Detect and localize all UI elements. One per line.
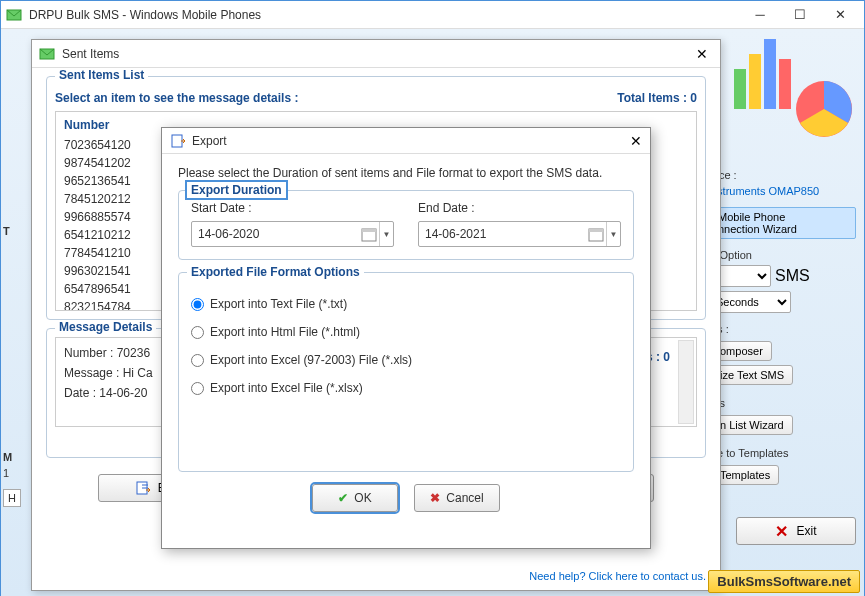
sent-items-icon [38, 45, 56, 63]
sent-items-title: Sent Items [62, 47, 690, 61]
resize-sms-button[interactable]: ize Text SMS [711, 365, 793, 385]
bg-charts-decoration [724, 29, 864, 149]
delay-option-label: y Option [711, 249, 856, 261]
total-items-label: Total Items : 0 [617, 91, 697, 105]
left-trunc-t: T [3, 225, 10, 237]
ok-button[interactable]: ✔OK [312, 484, 398, 512]
export-format-legend: Exported File Format Options [187, 264, 364, 280]
export-titlebar: Export ✕ [162, 128, 650, 154]
sent-items-list-title: Sent Items List [55, 68, 148, 82]
main-title: DRPU Bulk SMS - Windows Mobile Phones [29, 8, 740, 22]
close-button[interactable]: ✕ [820, 2, 860, 28]
start-date-label: Start Date : [191, 201, 394, 215]
right-panel: vice : nstruments OMAP850 Mobile Phone n… [711, 169, 856, 497]
profiles-label: les [711, 397, 856, 409]
templates-label: es : [711, 323, 856, 335]
check-icon: ✔ [338, 491, 348, 505]
start-date-value: 14-06-2020 [192, 227, 361, 241]
svg-rect-4 [779, 59, 791, 109]
sms-label: SMS [775, 267, 810, 285]
templates-button[interactable]: Templates [711, 465, 779, 485]
mobile-phone-button[interactable]: Mobile Phone nnection Wizard [711, 207, 856, 239]
export-title: Export [192, 134, 630, 148]
cancel-icon: ✖ [430, 491, 440, 505]
export-duration-legend: Export Duration [187, 182, 286, 198]
message-details-title: Message Details [55, 320, 156, 334]
exit-icon: ✕ [775, 522, 788, 541]
export-dialog: Export ✕ Please select the Duration of s… [161, 127, 651, 549]
calendar-icon [588, 226, 604, 242]
device-value[interactable]: nstruments OMAP850 [711, 185, 856, 197]
svg-rect-14 [589, 229, 603, 232]
start-date-input[interactable]: 14-06-2020 ▼ [191, 221, 394, 247]
seconds-select[interactable]: Seconds [711, 291, 791, 313]
help-link[interactable]: Need help? Click here to contact us. [529, 570, 706, 582]
list-wizard-button[interactable]: n List Wizard [711, 415, 793, 435]
format-xlsx-radio[interactable]: Export into Excel File (*.xlsx) [191, 381, 621, 395]
sent-items-titlebar: Sent Items ✕ [32, 40, 720, 68]
device-label: vice : [711, 169, 856, 181]
cancel-button[interactable]: ✖Cancel [414, 484, 500, 512]
sent-items-close-icon[interactable]: ✕ [690, 43, 714, 65]
svg-rect-1 [734, 69, 746, 109]
maximize-button[interactable]: ☐ [780, 2, 820, 28]
export-dialog-icon [170, 133, 186, 149]
minimize-button[interactable]: ─ [740, 2, 780, 28]
scrollbar[interactable] [678, 340, 694, 424]
app-icon [5, 6, 23, 24]
format-xls-radio[interactable]: Export into Excel (97-2003) File (*.xls) [191, 353, 621, 367]
format-html-radio[interactable]: Export into Html File (*.html) [191, 325, 621, 339]
main-window: DRPU Bulk SMS - Windows Mobile Phones ─ … [0, 0, 865, 596]
watermark: BulkSmsSoftware.net [708, 570, 860, 593]
svg-rect-10 [172, 135, 182, 147]
export-close-icon[interactable]: ✕ [630, 133, 642, 149]
main-titlebar: DRPU Bulk SMS - Windows Mobile Phones ─ … [1, 1, 864, 29]
save-templates-label: ge to Templates [711, 447, 856, 459]
calendar-icon [361, 226, 377, 242]
left-trunc-h: H [3, 489, 21, 507]
svg-rect-12 [362, 229, 376, 232]
left-trunc-n: 1 [3, 467, 9, 479]
end-date-label: End Date : [418, 201, 621, 215]
exit-button[interactable]: ✕ Exit [736, 517, 856, 545]
main-body: vice : nstruments OMAP850 Mobile Phone n… [1, 29, 864, 596]
end-date-value: 14-06-2021 [419, 227, 588, 241]
left-trunc-m: M [3, 451, 12, 463]
end-date-input[interactable]: 14-06-2021 ▼ [418, 221, 621, 247]
chevron-down-icon[interactable]: ▼ [606, 222, 620, 246]
svg-rect-3 [764, 39, 776, 109]
export-icon [135, 480, 151, 496]
svg-rect-2 [749, 54, 761, 109]
export-instruction: Please select the Duration of sent items… [178, 166, 634, 180]
format-txt-radio[interactable]: Export into Text File (*.txt) [191, 297, 621, 311]
chevron-down-icon[interactable]: ▼ [379, 222, 393, 246]
export-duration-fieldset: Export Duration Start Date : 14-06-2020 … [178, 190, 634, 260]
list-instruction: Select an item to see the message detail… [55, 91, 298, 105]
export-format-fieldset: Exported File Format Options Export into… [178, 272, 634, 472]
